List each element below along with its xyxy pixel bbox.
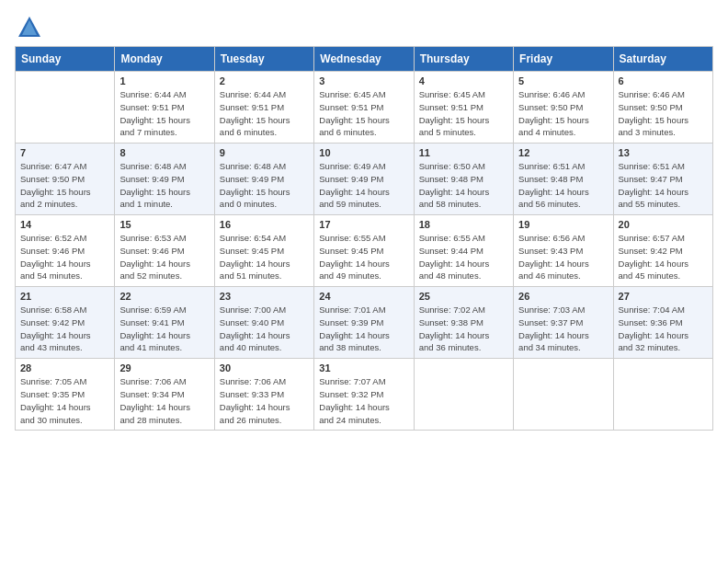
day-info: Sunrise: 7:06 AMSunset: 9:33 PMDaylight:… [220, 375, 309, 426]
day-number: 22 [119, 291, 209, 302]
day-info: Sunrise: 6:55 AMSunset: 9:44 PMDaylight:… [419, 232, 508, 282]
col-header-tuesday: Tuesday [214, 47, 313, 72]
calendar-cell: 25Sunrise: 7:02 AMSunset: 9:38 PMDayligh… [414, 287, 513, 359]
day-info: Sunrise: 7:01 AMSunset: 9:39 PMDaylight:… [319, 304, 408, 354]
calendar-cell: 21Sunrise: 6:58 AMSunset: 9:42 PMDayligh… [16, 287, 115, 359]
calendar-cell: 17Sunrise: 6:55 AMSunset: 9:45 PMDayligh… [314, 215, 414, 287]
calendar-cell [16, 72, 115, 144]
day-number: 5 [518, 75, 608, 86]
day-number: 29 [119, 362, 209, 373]
day-info: Sunrise: 6:53 AMSunset: 9:46 PMDaylight:… [119, 232, 209, 282]
calendar-cell: 26Sunrise: 7:03 AMSunset: 9:37 PMDayligh… [514, 287, 613, 359]
day-number: 24 [319, 291, 408, 302]
calendar-cell: 18Sunrise: 6:55 AMSunset: 9:44 PMDayligh… [414, 215, 513, 287]
col-header-wednesday: Wednesday [314, 47, 414, 72]
day-info: Sunrise: 7:05 AMSunset: 9:35 PMDaylight:… [20, 375, 109, 426]
col-header-friday: Friday [514, 47, 613, 72]
day-info: Sunrise: 7:06 AMSunset: 9:34 PMDaylight:… [119, 375, 209, 426]
day-number: 15 [119, 219, 209, 230]
calendar-cell: 20Sunrise: 6:57 AMSunset: 9:42 PMDayligh… [613, 215, 712, 287]
calendar-cell: 7Sunrise: 6:47 AMSunset: 9:50 PMDaylight… [16, 144, 115, 215]
day-number: 14 [20, 219, 109, 230]
calendar-cell: 1Sunrise: 6:44 AMSunset: 9:51 PMDaylight… [115, 72, 214, 144]
day-number: 25 [419, 291, 508, 302]
day-info: Sunrise: 6:46 AMSunset: 9:50 PMDaylight:… [518, 88, 608, 139]
day-number: 17 [319, 219, 408, 230]
day-info: Sunrise: 6:48 AMSunset: 9:49 PMDaylight:… [119, 160, 209, 211]
day-number: 16 [220, 219, 309, 230]
calendar-cell: 13Sunrise: 6:51 AMSunset: 9:47 PMDayligh… [613, 144, 712, 215]
calendar-cell: 8Sunrise: 6:48 AMSunset: 9:49 PMDaylight… [115, 144, 214, 215]
day-info: Sunrise: 6:51 AMSunset: 9:48 PMDaylight:… [518, 160, 608, 211]
day-info: Sunrise: 6:55 AMSunset: 9:45 PMDaylight:… [319, 232, 408, 282]
col-header-sunday: Sunday [16, 47, 115, 72]
day-number: 18 [419, 219, 508, 230]
day-info: Sunrise: 6:52 AMSunset: 9:46 PMDaylight:… [20, 232, 109, 282]
calendar-cell: 11Sunrise: 6:50 AMSunset: 9:48 PMDayligh… [414, 144, 513, 215]
calendar-cell: 6Sunrise: 6:46 AMSunset: 9:50 PMDaylight… [613, 72, 712, 144]
calendar-cell: 19Sunrise: 6:56 AMSunset: 9:43 PMDayligh… [514, 215, 613, 287]
calendar-cell: 31Sunrise: 7:07 AMSunset: 9:32 PMDayligh… [314, 359, 414, 431]
day-info: Sunrise: 6:50 AMSunset: 9:48 PMDaylight:… [419, 160, 508, 211]
calendar-cell: 12Sunrise: 6:51 AMSunset: 9:48 PMDayligh… [514, 144, 613, 215]
day-info: Sunrise: 6:46 AMSunset: 9:50 PMDaylight:… [619, 88, 708, 139]
calendar-cell: 10Sunrise: 6:49 AMSunset: 9:49 PMDayligh… [314, 144, 414, 215]
day-number: 7 [20, 147, 109, 158]
col-header-thursday: Thursday [414, 47, 513, 72]
day-info: Sunrise: 6:54 AMSunset: 9:45 PMDaylight:… [220, 232, 309, 282]
calendar-cell: 15Sunrise: 6:53 AMSunset: 9:46 PMDayligh… [115, 215, 214, 287]
day-number: 2 [220, 75, 309, 86]
day-number: 9 [220, 147, 309, 158]
calendar-table: SundayMondayTuesdayWednesdayThursdayFrid… [15, 46, 713, 431]
header [15, 15, 713, 40]
day-info: Sunrise: 7:07 AMSunset: 9:32 PMDaylight:… [319, 375, 408, 426]
day-number: 20 [619, 219, 708, 230]
day-number: 19 [518, 219, 608, 230]
day-number: 23 [220, 291, 309, 302]
day-number: 13 [619, 147, 708, 158]
day-number: 4 [419, 75, 508, 86]
day-info: Sunrise: 6:45 AMSunset: 9:51 PMDaylight:… [319, 88, 408, 139]
day-info: Sunrise: 6:44 AMSunset: 9:51 PMDaylight:… [119, 88, 209, 139]
day-info: Sunrise: 6:56 AMSunset: 9:43 PMDaylight:… [518, 232, 608, 282]
day-info: Sunrise: 6:47 AMSunset: 9:50 PMDaylight:… [20, 160, 109, 211]
calendar-cell: 24Sunrise: 7:01 AMSunset: 9:39 PMDayligh… [314, 287, 414, 359]
day-info: Sunrise: 6:48 AMSunset: 9:49 PMDaylight:… [220, 160, 309, 211]
day-number: 8 [119, 147, 209, 158]
calendar-cell: 3Sunrise: 6:45 AMSunset: 9:51 PMDaylight… [314, 72, 414, 144]
calendar-cell: 9Sunrise: 6:48 AMSunset: 9:49 PMDaylight… [214, 144, 313, 215]
day-info: Sunrise: 6:58 AMSunset: 9:42 PMDaylight:… [20, 304, 109, 354]
day-number: 6 [619, 75, 708, 86]
col-header-monday: Monday [115, 47, 214, 72]
calendar-cell: 28Sunrise: 7:05 AMSunset: 9:35 PMDayligh… [16, 359, 115, 431]
calendar-cell: 30Sunrise: 7:06 AMSunset: 9:33 PMDayligh… [214, 359, 313, 431]
day-info: Sunrise: 7:04 AMSunset: 9:36 PMDaylight:… [619, 304, 708, 354]
calendar-cell [613, 359, 712, 431]
col-header-saturday: Saturday [613, 47, 712, 72]
day-info: Sunrise: 6:59 AMSunset: 9:41 PMDaylight:… [119, 304, 209, 354]
calendar-cell: 29Sunrise: 7:06 AMSunset: 9:34 PMDayligh… [115, 359, 214, 431]
day-number: 21 [20, 291, 109, 302]
day-number: 31 [319, 362, 408, 373]
day-number: 3 [319, 75, 408, 86]
calendar-cell: 22Sunrise: 6:59 AMSunset: 9:41 PMDayligh… [115, 287, 214, 359]
day-info: Sunrise: 6:45 AMSunset: 9:51 PMDaylight:… [419, 88, 508, 139]
calendar-cell: 5Sunrise: 6:46 AMSunset: 9:50 PMDaylight… [514, 72, 613, 144]
day-number: 10 [319, 147, 408, 158]
day-info: Sunrise: 7:00 AMSunset: 9:40 PMDaylight:… [220, 304, 309, 354]
calendar-cell: 16Sunrise: 6:54 AMSunset: 9:45 PMDayligh… [214, 215, 313, 287]
calendar-cell: 23Sunrise: 7:00 AMSunset: 9:40 PMDayligh… [214, 287, 313, 359]
logo-icon [17, 15, 42, 40]
calendar-cell [414, 359, 513, 431]
day-number: 11 [419, 147, 508, 158]
calendar-cell [514, 359, 613, 431]
day-info: Sunrise: 7:03 AMSunset: 9:37 PMDaylight:… [518, 304, 608, 354]
day-number: 26 [518, 291, 608, 302]
day-number: 28 [20, 362, 109, 373]
day-number: 30 [220, 362, 309, 373]
day-info: Sunrise: 6:57 AMSunset: 9:42 PMDaylight:… [619, 232, 708, 282]
day-number: 1 [119, 75, 209, 86]
calendar-cell: 27Sunrise: 7:04 AMSunset: 9:36 PMDayligh… [613, 287, 712, 359]
logo [15, 15, 42, 40]
calendar-cell: 2Sunrise: 6:44 AMSunset: 9:51 PMDaylight… [214, 72, 313, 144]
